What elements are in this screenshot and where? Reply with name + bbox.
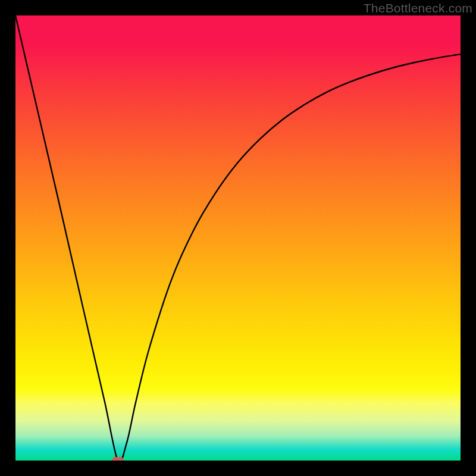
bottleneck-curve — [15, 15, 461, 461]
plot-area — [15, 15, 461, 461]
watermark-text: TheBottleneck.com — [364, 1, 472, 15]
bottleneck-marker — [112, 457, 124, 461]
curve-path — [15, 15, 461, 461]
chart-frame: TheBottleneck.com — [0, 0, 476, 476]
